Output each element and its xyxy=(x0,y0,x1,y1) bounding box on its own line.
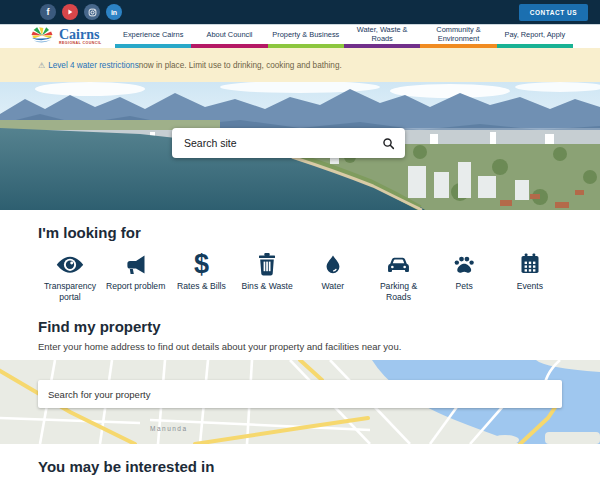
eye-icon xyxy=(55,251,85,277)
facebook-icon[interactable]: f xyxy=(40,4,56,20)
nav-menu: Experience Cairns About Council Property… xyxy=(115,25,573,48)
sunburst-logo-icon xyxy=(28,26,56,48)
map-suburb-label: Manunda xyxy=(150,425,188,432)
nav-item-about-council[interactable]: About Council xyxy=(191,25,267,48)
hero-banner xyxy=(0,82,600,210)
quicklink-pets[interactable]: Pets xyxy=(432,251,496,302)
instagram-icon[interactable] xyxy=(84,4,100,20)
search-icon[interactable] xyxy=(382,137,395,150)
looking-for-title: I'm looking for xyxy=(38,224,562,241)
site-search-input[interactable] xyxy=(184,137,382,149)
property-search xyxy=(38,380,562,408)
nav-underline xyxy=(497,44,573,49)
quicklink-rates-bills[interactable]: $ Rates & Bills xyxy=(169,251,233,302)
site-search xyxy=(172,128,405,158)
property-map[interactable]: Manunda xyxy=(0,360,600,444)
warning-icon: ⚠ xyxy=(38,61,45,70)
nav-item-community-environment[interactable]: Community & Environment xyxy=(420,25,496,48)
linkedin-icon[interactable]: in xyxy=(106,4,122,20)
quicklink-report-problem[interactable]: Report problem xyxy=(104,251,168,302)
alert-text: now in place. Limit use to drinking, coo… xyxy=(139,61,342,70)
quicklink-transparency-portal[interactable]: Transparency portal xyxy=(38,251,102,302)
find-property-title: Find my property xyxy=(38,318,562,335)
dollar-icon: $ xyxy=(194,251,209,277)
megaphone-icon xyxy=(124,251,148,277)
nav-item-property-business[interactable]: Property & Business xyxy=(268,25,344,48)
find-property-section: Find my property Enter your home address… xyxy=(0,302,600,352)
contact-us-button[interactable]: CONTACT US xyxy=(519,4,588,21)
quicklink-events[interactable]: Events xyxy=(498,251,562,302)
quicklink-parking-roads[interactable]: Parking & Roads xyxy=(367,251,431,302)
find-property-subtitle: Enter your home address to find out deta… xyxy=(38,341,562,352)
nav-item-water-waste-roads[interactable]: Water, Waste & Roads xyxy=(344,25,420,48)
paw-icon xyxy=(451,251,477,277)
nav-item-pay-report-apply[interactable]: Pay, Report, Apply xyxy=(497,25,573,48)
brand-name: Cairns xyxy=(59,28,102,42)
quick-links-row: Transparency portal Report problem $ Rat… xyxy=(38,251,562,302)
top-bar: f in CONTACT US xyxy=(0,0,600,24)
calendar-icon xyxy=(518,251,542,277)
nav-underline xyxy=(268,44,344,49)
water-drop-icon xyxy=(322,251,344,277)
quicklink-bins-waste[interactable]: Bins & Waste xyxy=(235,251,299,302)
interested-section: You may be interested in xyxy=(0,444,600,480)
interested-title: You may be interested in xyxy=(38,458,562,475)
looking-for-section: I'm looking for Transparency portal Repo xyxy=(0,210,600,302)
social-links: f in xyxy=(40,4,122,20)
nav-item-experience-cairns[interactable]: Experience Cairns xyxy=(115,25,191,48)
car-icon xyxy=(385,251,412,277)
main-navigation: Cairns REGIONAL COUNCIL Experience Cairn… xyxy=(0,24,600,48)
youtube-icon[interactable] xyxy=(62,4,78,20)
brand-subname: REGIONAL COUNCIL xyxy=(59,42,102,46)
nav-underline xyxy=(115,44,191,49)
nav-underline xyxy=(191,44,267,49)
quicklink-water[interactable]: Water xyxy=(301,251,365,302)
nav-underline xyxy=(420,44,496,49)
water-restriction-alert: ⚠ Level 4 water restrictions now in plac… xyxy=(0,48,600,82)
council-logo[interactable]: Cairns REGIONAL COUNCIL xyxy=(28,26,102,48)
bin-icon xyxy=(255,251,279,277)
property-search-input[interactable] xyxy=(48,389,552,400)
nav-underline xyxy=(344,44,420,49)
alert-link[interactable]: Level 4 water restrictions xyxy=(48,61,139,70)
